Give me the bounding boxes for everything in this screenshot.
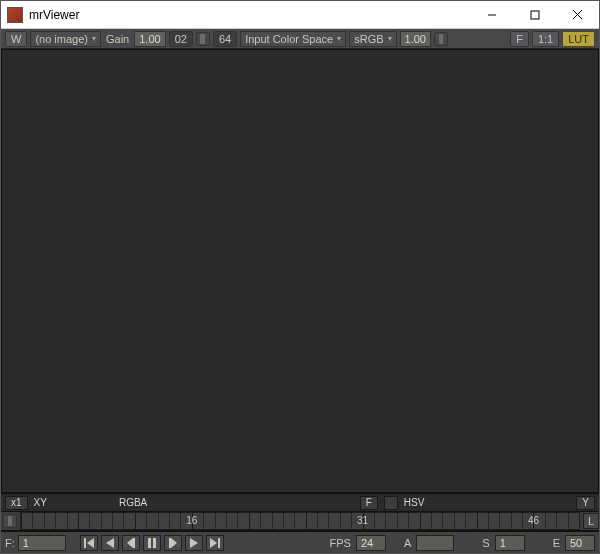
zoom-indicator[interactable]: x1 bbox=[5, 496, 28, 510]
y-indicator[interactable]: Y bbox=[576, 496, 595, 510]
stop-up-button[interactable]: 64 bbox=[213, 31, 237, 47]
minimize-icon bbox=[487, 10, 497, 20]
timeline-in-handle[interactable] bbox=[3, 514, 17, 528]
ics-label: Input Color Space bbox=[245, 32, 333, 46]
gamma-value[interactable]: 1.00 bbox=[400, 31, 431, 47]
ics-value-dropdown[interactable]: sRGB▾ bbox=[349, 31, 396, 47]
svg-rect-9 bbox=[148, 538, 151, 548]
exposure-slider[interactable] bbox=[196, 32, 210, 46]
fullscreen-button[interactable]: F bbox=[510, 31, 529, 47]
ratio-button[interactable]: 1:1 bbox=[532, 31, 559, 47]
goto-start-icon bbox=[84, 538, 94, 548]
color-mode: HSV bbox=[404, 497, 425, 508]
title-bar: mrViewer bbox=[1, 1, 599, 29]
e-label: E bbox=[551, 537, 562, 549]
minimize-button[interactable] bbox=[470, 1, 513, 29]
step-back-icon bbox=[126, 538, 136, 548]
app-window: mrViewer W (no image)▾ Gain 1.00 02 64 I… bbox=[0, 0, 600, 554]
close-icon bbox=[572, 9, 583, 20]
chevron-down-icon: ▾ bbox=[388, 32, 392, 46]
step-fwd-icon bbox=[168, 538, 178, 548]
frame-field[interactable]: 1 bbox=[18, 535, 66, 551]
play-fwd-button[interactable] bbox=[185, 535, 203, 551]
step-back-button[interactable] bbox=[122, 535, 140, 551]
image-viewport[interactable] bbox=[1, 49, 599, 493]
a-field[interactable] bbox=[416, 535, 454, 551]
pause-icon bbox=[147, 538, 157, 548]
timeline-marker: 31 bbox=[357, 515, 368, 526]
fps-field[interactable]: 24 bbox=[356, 535, 386, 551]
timeline-row: 163146 L bbox=[1, 511, 599, 531]
a-label: A bbox=[402, 537, 413, 549]
fps-label: FPS bbox=[328, 537, 353, 549]
ics-label-dropdown[interactable]: Input Color Space▾ bbox=[240, 31, 346, 47]
chevron-down-icon: ▾ bbox=[337, 32, 341, 46]
svg-marker-12 bbox=[171, 538, 177, 548]
goto-end-button[interactable] bbox=[206, 535, 224, 551]
svg-marker-6 bbox=[106, 538, 114, 548]
chevron-down-icon: ▾ bbox=[92, 32, 96, 46]
loop-button[interactable]: L bbox=[583, 513, 599, 529]
stop-down-button[interactable]: 02 bbox=[169, 31, 193, 47]
timeline-marker: 46 bbox=[528, 515, 539, 526]
svg-rect-10 bbox=[153, 538, 156, 548]
transport-bar: F: 1 FPS 24 A S 1 E 50 bbox=[1, 531, 599, 553]
play-back-button[interactable] bbox=[101, 535, 119, 551]
step-fwd-button[interactable] bbox=[164, 535, 182, 551]
svg-rect-4 bbox=[84, 538, 86, 548]
wipe-button[interactable]: W bbox=[5, 31, 27, 47]
app-icon bbox=[7, 7, 23, 23]
top-toolbar: W (no image)▾ Gain 1.00 02 64 Input Colo… bbox=[1, 29, 599, 49]
svg-marker-7 bbox=[127, 538, 133, 548]
window-title: mrViewer bbox=[29, 8, 470, 22]
svg-rect-15 bbox=[218, 538, 220, 548]
close-button[interactable] bbox=[556, 1, 599, 29]
goto-end-icon bbox=[210, 538, 220, 548]
play-fwd-icon bbox=[189, 538, 199, 548]
frame-label: F: bbox=[5, 537, 15, 549]
goto-start-button[interactable] bbox=[80, 535, 98, 551]
e-field[interactable]: 50 bbox=[565, 535, 595, 551]
svg-marker-13 bbox=[190, 538, 198, 548]
channel-mode: RGBA bbox=[119, 497, 147, 508]
status-bar: x1 XY RGBA F HSV Y bbox=[1, 493, 599, 511]
svg-rect-1 bbox=[531, 11, 539, 19]
s-label: S bbox=[480, 537, 491, 549]
coord-mode: XY bbox=[34, 497, 47, 508]
pause-button[interactable] bbox=[143, 535, 161, 551]
f-indicator[interactable]: F bbox=[360, 496, 378, 510]
ics-value: sRGB bbox=[354, 32, 383, 46]
svg-rect-11 bbox=[169, 538, 171, 548]
play-back-icon bbox=[105, 538, 115, 548]
gain-value[interactable]: 1.00 bbox=[134, 31, 165, 47]
s-field[interactable]: 1 bbox=[495, 535, 525, 551]
blank-indicator[interactable] bbox=[384, 496, 398, 510]
image-name-dropdown[interactable]: (no image)▾ bbox=[30, 31, 101, 47]
svg-rect-8 bbox=[133, 538, 135, 548]
gamma-slider[interactable] bbox=[434, 32, 448, 46]
maximize-icon bbox=[530, 10, 540, 20]
lut-button[interactable]: LUT bbox=[562, 31, 595, 47]
image-name-value: (no image) bbox=[35, 32, 88, 46]
svg-marker-14 bbox=[210, 538, 217, 548]
svg-marker-5 bbox=[87, 538, 94, 548]
timeline-marker: 16 bbox=[186, 515, 197, 526]
gain-label: Gain bbox=[104, 33, 131, 45]
maximize-button[interactable] bbox=[513, 1, 556, 29]
timeline[interactable]: 163146 bbox=[20, 512, 580, 530]
